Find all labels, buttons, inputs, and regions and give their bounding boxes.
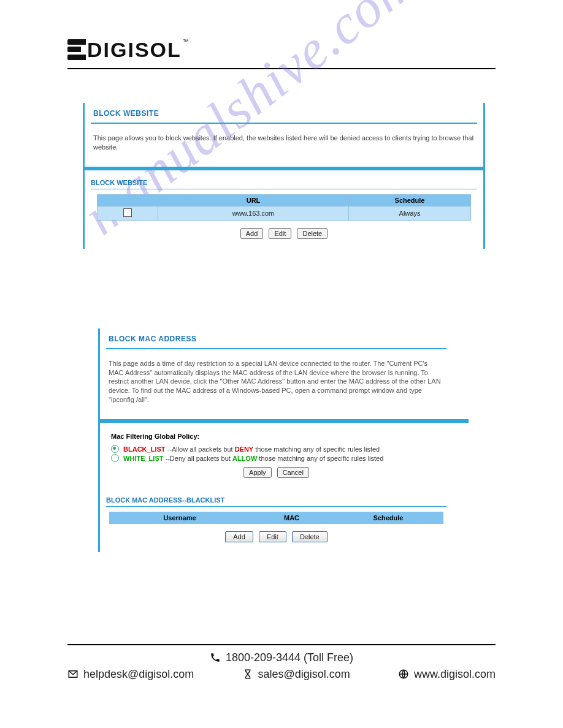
block-website-header: BLOCK WEBSITE bbox=[85, 103, 483, 123]
footer-helpdesk: helpdesk@digisol.com bbox=[83, 668, 194, 681]
col-mac-schedule: Schedule bbox=[334, 512, 443, 523]
table-row: www.163.com Always bbox=[98, 207, 470, 220]
block-website-panel: BLOCK WEBSITE This page allows you to bl… bbox=[83, 103, 485, 249]
mail-icon bbox=[67, 669, 79, 680]
block-website-description: This page allows you to block websites. … bbox=[85, 124, 483, 167]
col-url: URL bbox=[158, 195, 348, 206]
col-schedule: Schedule bbox=[349, 195, 470, 206]
block-mac-panel: BLOCK MAC ADDRESS This page adds a time … bbox=[98, 328, 469, 552]
black-list-option[interactable]: BLACK_LIST --Allow all packets but DENY … bbox=[111, 445, 442, 453]
edit-button[interactable]: Edit bbox=[269, 228, 291, 239]
row-checkbox[interactable] bbox=[123, 208, 132, 217]
mac-delete-button[interactable]: Delete bbox=[292, 531, 327, 542]
bottom-divider bbox=[67, 644, 496, 645]
block-website-table: URL Schedule www.163.com Always bbox=[97, 194, 471, 221]
hourglass-icon bbox=[242, 669, 253, 680]
block-mac-header: BLOCK MAC ADDRESS bbox=[100, 328, 453, 348]
col-mac: MAC bbox=[250, 512, 333, 523]
row-schedule: Always bbox=[349, 207, 470, 220]
white-list-option[interactable]: WHITE_LIST --Deny all packets but ALLOW … bbox=[111, 454, 442, 462]
footer-sales: sales@digisol.com bbox=[258, 668, 350, 681]
delete-button[interactable]: Delete bbox=[297, 228, 327, 239]
col-username: Username bbox=[110, 512, 250, 523]
radio-whitelist[interactable] bbox=[111, 454, 119, 462]
top-divider bbox=[67, 68, 496, 69]
block-website-section-title: BLOCK WEBSITE bbox=[85, 170, 483, 189]
mac-add-button[interactable]: Add bbox=[225, 531, 253, 542]
block-mac-section-title: BLOCK MAC ADDRESS--BLACKLIST bbox=[100, 488, 453, 506]
row-url: www.163.com bbox=[158, 207, 348, 220]
apply-button[interactable]: Apply bbox=[243, 467, 272, 478]
mac-policy-title: Mac Filtering Global Policy: bbox=[111, 427, 442, 444]
footer-phone: 1800-209-3444 (Toll Free) bbox=[226, 651, 353, 664]
brand-text: DIGISOL bbox=[87, 38, 182, 61]
footer-web: www.digisol.com bbox=[414, 668, 496, 681]
phone-icon bbox=[210, 652, 221, 663]
cancel-button[interactable]: Cancel bbox=[277, 467, 309, 478]
brand-logo: DIGISOL™ bbox=[0, 0, 563, 62]
mac-edit-button[interactable]: Edit bbox=[259, 531, 286, 542]
globe-icon bbox=[398, 669, 409, 680]
block-mac-table: Username MAC Schedule bbox=[109, 512, 443, 524]
footer: 1800-209-3444 (Toll Free) helpdesk@digis… bbox=[67, 649, 496, 682]
block-mac-description: This page adds a time of day restriction… bbox=[100, 349, 453, 419]
add-button[interactable]: Add bbox=[240, 228, 264, 239]
radio-blacklist[interactable] bbox=[111, 445, 119, 453]
